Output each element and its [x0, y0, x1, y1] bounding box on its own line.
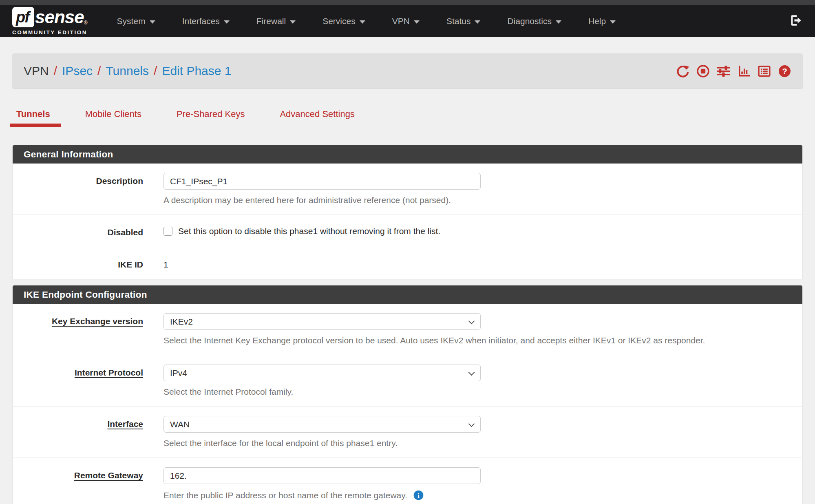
remote-gateway-label: Remote Gateway: [13, 467, 143, 501]
tab-label: Pre-Shared Keys: [177, 109, 245, 119]
nav-item-diagnostics[interactable]: Diagnostics: [507, 16, 561, 26]
sign-out-button[interactable]: [789, 13, 803, 29]
panel-title: IKE Endpoint Configuration: [13, 285, 802, 304]
info-icon[interactable]: i: [413, 490, 424, 501]
caret-down-icon: [610, 20, 616, 24]
disabled-checkbox[interactable]: [163, 227, 172, 236]
disabled-label: Disabled: [13, 224, 143, 237]
caret-down-icon: [290, 20, 296, 24]
breadcrumb-separator: /: [97, 64, 101, 78]
tab-advanced-settings[interactable]: Advanced Settings: [276, 109, 358, 127]
nav-item-label: VPN: [392, 16, 410, 26]
key-exchange-select[interactable]: IKEv2: [163, 313, 481, 330]
section-tabs: Tunnels Mobile Clients Pre-Shared Keys A…: [13, 109, 815, 127]
active-tab-underline: [10, 124, 61, 127]
tab-pre-shared-keys[interactable]: Pre-Shared Keys: [173, 109, 248, 127]
description-input[interactable]: [163, 173, 481, 190]
key-exchange-label: Key Exchange version: [13, 313, 143, 345]
ike-id-value: 1: [163, 256, 790, 270]
svg-text:i: i: [417, 491, 420, 500]
internet-protocol-help: Select the Internet Protocol family.: [163, 387, 790, 397]
chevron-down-icon: [468, 421, 475, 427]
bar-chart-icon[interactable]: [737, 64, 751, 78]
breadcrumb-tunnels[interactable]: Tunnels: [106, 64, 149, 78]
disabled-row: Disabled Set this option to disable this…: [13, 215, 802, 247]
interface-row: Interface WAN Select the interface for t…: [13, 407, 802, 458]
remote-gateway-row: Remote Gateway Enter the public IP addre…: [13, 458, 802, 504]
nav-item-label: Help: [588, 16, 606, 26]
nav-item-label: Interfaces: [182, 16, 220, 26]
ike-id-label: IKE ID: [13, 256, 143, 270]
chevron-down-icon: [468, 318, 475, 325]
page-action-icons: ?: [676, 64, 791, 78]
main-navbar: pf sense ® COMMUNITY EDITION System Inte…: [0, 5, 815, 37]
nav-item-label: System: [117, 16, 146, 26]
panel-title: General Information: [13, 145, 802, 164]
breadcrumb-vpn: VPN: [24, 64, 49, 78]
key-exchange-row: Key Exchange version IKEv2 Select the In…: [13, 304, 802, 355]
interface-selected-value: WAN: [170, 420, 190, 429]
nav-item-vpn[interactable]: VPN: [392, 16, 420, 26]
refresh-icon[interactable]: [676, 64, 689, 78]
registered-mark: ®: [84, 20, 88, 26]
remote-gateway-input[interactable]: [163, 467, 481, 484]
pfsense-logo[interactable]: pf sense ® COMMUNITY EDITION: [12, 7, 88, 35]
interface-label: Interface: [13, 416, 143, 448]
breadcrumb-bar: VPN / IPsec / Tunnels / Edit Phase 1: [12, 53, 803, 88]
breadcrumb-edit-phase-1[interactable]: Edit Phase 1: [162, 64, 231, 78]
sign-out-icon: [789, 13, 803, 29]
internet-protocol-select[interactable]: IPv4: [163, 365, 481, 381]
nav-item-label: Diagnostics: [507, 16, 552, 26]
internet-protocol-selected-value: IPv4: [170, 368, 187, 378]
key-exchange-selected-value: IKEv2: [170, 317, 193, 327]
tab-label: Advanced Settings: [280, 109, 354, 119]
description-row: Description A description may be entered…: [13, 164, 802, 215]
general-information-panel: General Information Description A descri…: [12, 145, 803, 279]
internet-protocol-row: Internet Protocol IPv4 Select the Intern…: [13, 355, 802, 407]
help-circle-icon[interactable]: ?: [778, 64, 791, 78]
disabled-checkbox-label: Set this option to disable this phase1 w…: [178, 226, 440, 236]
interface-help: Select the interface for the local endpo…: [163, 438, 790, 448]
caret-down-icon: [414, 20, 420, 24]
interface-select[interactable]: WAN: [163, 416, 481, 433]
nav-item-services[interactable]: Services: [322, 16, 365, 26]
description-label: Description: [13, 173, 143, 205]
nav-item-status[interactable]: Status: [446, 16, 481, 26]
pfsense-logo-pf-tile: pf: [12, 7, 34, 27]
stop-circle-icon[interactable]: [696, 64, 710, 78]
ike-endpoint-configuration-panel: IKE Endpoint Configuration Key Exchange …: [12, 285, 803, 504]
ike-id-row: IKE ID 1: [13, 247, 802, 279]
pfsense-logo-word: sense: [35, 7, 84, 27]
caret-down-icon: [224, 20, 230, 24]
remote-gateway-help: Enter the public IP address or host name…: [163, 491, 407, 500]
breadcrumb-separator: /: [54, 64, 57, 78]
community-edition-label: COMMUNITY EDITION: [12, 29, 88, 35]
tab-label: Tunnels: [16, 109, 50, 119]
caret-down-icon: [556, 20, 561, 24]
chevron-down-icon: [468, 369, 475, 376]
description-help: A description may be entered here for ad…: [163, 195, 790, 205]
nav-item-help[interactable]: Help: [588, 16, 616, 26]
breadcrumb-separator: /: [154, 64, 157, 78]
nav-item-label: Services: [322, 16, 356, 26]
key-exchange-help: Select the Internet Key Exchange protoco…: [163, 336, 790, 345]
nav-item-system[interactable]: System: [117, 16, 155, 26]
tab-mobile-clients[interactable]: Mobile Clients: [82, 109, 145, 127]
caret-down-icon: [475, 20, 480, 24]
nav-item-firewall[interactable]: Firewall: [256, 16, 296, 26]
internet-protocol-label: Internet Protocol: [13, 365, 143, 397]
caret-down-icon: [150, 20, 155, 24]
tab-label: Mobile Clients: [85, 109, 141, 119]
nav-item-interfaces[interactable]: Interfaces: [182, 16, 230, 26]
tab-tunnels[interactable]: Tunnels: [13, 109, 53, 127]
sliders-icon[interactable]: [717, 64, 730, 78]
caret-down-icon: [360, 20, 365, 24]
nav-item-label: Firewall: [256, 16, 286, 26]
nav-menu: System Interfaces Firewall Services VPN …: [117, 16, 789, 26]
svg-text:?: ?: [782, 66, 787, 75]
log-list-icon[interactable]: [758, 64, 771, 78]
browser-top-strip: [0, 0, 815, 5]
breadcrumb-ipsec[interactable]: IPsec: [62, 64, 93, 78]
nav-item-label: Status: [446, 16, 471, 26]
